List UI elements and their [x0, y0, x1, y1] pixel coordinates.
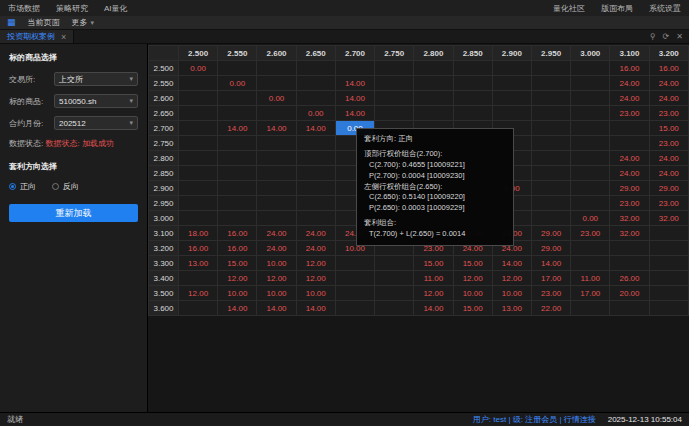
grid-cell[interactable]: [571, 151, 610, 166]
grid-cell[interactable]: 10.00: [453, 286, 492, 301]
grid-cell[interactable]: [179, 196, 218, 211]
tab-option-arbitrage-case[interactable]: 投资期权案例 ×: [0, 30, 74, 43]
menubar-item[interactable]: AI量化: [104, 3, 128, 14]
menubar-item[interactable]: 版面布局: [601, 3, 633, 14]
grid-cell[interactable]: [453, 61, 492, 76]
grid-cell[interactable]: 32.00: [649, 211, 688, 226]
grid-cell[interactable]: 17.00: [531, 271, 570, 286]
grid-cell[interactable]: 22.00: [531, 301, 570, 316]
grid-cell[interactable]: [571, 121, 610, 136]
grid-cell[interactable]: [571, 241, 610, 256]
grid-cell[interactable]: 0.00: [218, 76, 257, 91]
grid-cell[interactable]: 24.00: [610, 151, 649, 166]
grid-cell[interactable]: [218, 106, 257, 121]
grid-cell[interactable]: 14.00: [257, 121, 296, 136]
radio-option[interactable]: 正向: [9, 181, 36, 192]
grid-cell[interactable]: 12.00: [257, 271, 296, 286]
grid-cell[interactable]: 24.00: [649, 166, 688, 181]
grid-cell[interactable]: 14.00: [296, 301, 335, 316]
grid-cell[interactable]: 20.00: [610, 286, 649, 301]
grid-cell[interactable]: [257, 61, 296, 76]
grid-cell[interactable]: [414, 106, 453, 121]
grid-cell[interactable]: [414, 91, 453, 106]
grid-cell[interactable]: 16.00: [218, 226, 257, 241]
grid-cell[interactable]: [296, 151, 335, 166]
user-info[interactable]: 用户: test | 级: 注册会员 | 行情连接: [473, 414, 596, 425]
grid-cell[interactable]: [571, 166, 610, 181]
grid-cell[interactable]: 29.00: [610, 181, 649, 196]
dropdown[interactable]: 上交所▾: [54, 72, 138, 86]
grid-cell[interactable]: [218, 91, 257, 106]
grid-cell[interactable]: [218, 151, 257, 166]
grid-cell[interactable]: [218, 196, 257, 211]
grid-cell[interactable]: [610, 121, 649, 136]
grid-cell[interactable]: 12.00: [179, 286, 218, 301]
grid-cell[interactable]: 12.00: [296, 256, 335, 271]
grid-cell[interactable]: 14.00: [531, 256, 570, 271]
grid-cell[interactable]: 24.00: [610, 76, 649, 91]
grid-cell[interactable]: [257, 181, 296, 196]
grid-cell[interactable]: 14.00: [414, 301, 453, 316]
grid-cell[interactable]: [375, 61, 414, 76]
radio-option[interactable]: 反向: [52, 181, 79, 192]
grid-cell[interactable]: 13.00: [179, 256, 218, 271]
grid-cell[interactable]: [179, 91, 218, 106]
menubar-item[interactable]: 量化社区: [553, 3, 585, 14]
grid-cell[interactable]: [257, 76, 296, 91]
grid-cell[interactable]: 24.00: [649, 91, 688, 106]
grid-cell[interactable]: 24.00: [649, 76, 688, 91]
grid-cell[interactable]: [296, 61, 335, 76]
grid-cell[interactable]: [531, 76, 570, 91]
grid-cell[interactable]: 18.00: [179, 226, 218, 241]
grid-cell[interactable]: 26.00: [610, 271, 649, 286]
grid-cell[interactable]: [531, 196, 570, 211]
grid-cell[interactable]: 32.00: [610, 226, 649, 241]
menubar-item[interactable]: 系统设置: [649, 3, 681, 14]
grid-cell[interactable]: [257, 106, 296, 121]
grid-cell[interactable]: [571, 181, 610, 196]
grid-cell[interactable]: 15.00: [453, 301, 492, 316]
grid-cell[interactable]: [531, 181, 570, 196]
grid-cell[interactable]: 15.00: [218, 256, 257, 271]
grid-cell[interactable]: [531, 166, 570, 181]
grid-cell[interactable]: [414, 61, 453, 76]
grid-cell[interactable]: [179, 271, 218, 286]
grid-cell[interactable]: [571, 136, 610, 151]
grid-cell[interactable]: 0.00: [296, 106, 335, 121]
grid-cell[interactable]: 15.00: [649, 121, 688, 136]
grid-cell[interactable]: 24.00: [296, 226, 335, 241]
grid-cell[interactable]: 16.00: [218, 241, 257, 256]
grid-cell[interactable]: 23.00: [610, 196, 649, 211]
grid-cell[interactable]: 10.00: [257, 256, 296, 271]
grid-cell[interactable]: [453, 76, 492, 91]
grid-cell[interactable]: 14.00: [296, 121, 335, 136]
grid-cell[interactable]: [179, 151, 218, 166]
grid-cell[interactable]: [571, 256, 610, 271]
grid-cell[interactable]: [571, 196, 610, 211]
grid-cell[interactable]: [531, 211, 570, 226]
grid-cell[interactable]: 12.00: [492, 271, 531, 286]
grid-cell[interactable]: [296, 91, 335, 106]
grid-cell[interactable]: [257, 211, 296, 226]
grid-cell[interactable]: 14.00: [335, 106, 374, 121]
grid-cell[interactable]: [335, 61, 374, 76]
menubar-item[interactable]: 市场数据: [8, 3, 40, 14]
pin-icon[interactable]: ⚲: [650, 32, 656, 41]
grid-cell[interactable]: [610, 256, 649, 271]
reload-button[interactable]: 重新加载: [9, 204, 138, 222]
close-icon[interactable]: ✕: [676, 32, 683, 41]
grid-cell[interactable]: 14.00: [257, 301, 296, 316]
grid-cell[interactable]: 24.00: [296, 241, 335, 256]
grid-cell[interactable]: 23.00: [649, 106, 688, 121]
grid-cell[interactable]: [571, 76, 610, 91]
grid-cell[interactable]: 11.00: [414, 271, 453, 286]
dropdown[interactable]: 202512▾: [54, 116, 138, 130]
grid-cell[interactable]: [335, 256, 374, 271]
grid-cell[interactable]: 24.00: [610, 91, 649, 106]
grid-cell[interactable]: [610, 301, 649, 316]
grid-cell[interactable]: [453, 91, 492, 106]
grid-cell[interactable]: [218, 181, 257, 196]
current-page-button[interactable]: 当前页面: [28, 17, 60, 28]
grid-cell[interactable]: [218, 211, 257, 226]
grid-cell[interactable]: [179, 166, 218, 181]
